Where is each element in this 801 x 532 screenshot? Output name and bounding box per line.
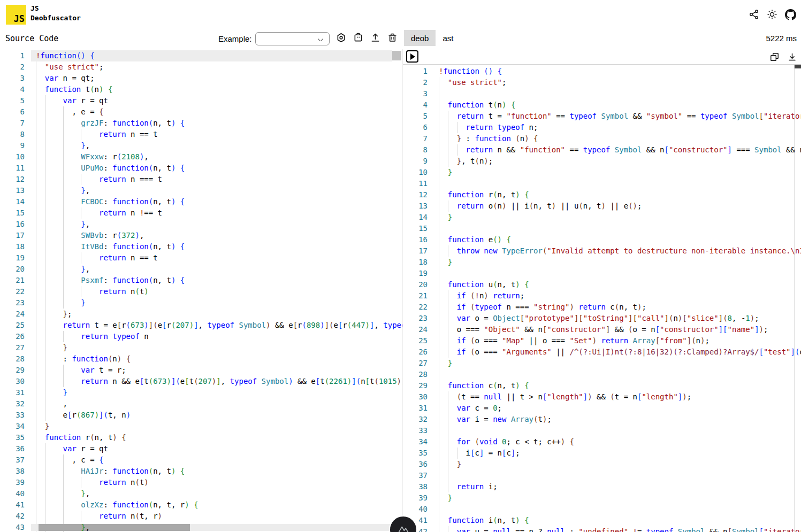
example-label: Example: xyxy=(218,34,252,43)
line-number: 10 xyxy=(0,151,25,163)
code-text: "use strict"; xyxy=(36,61,103,73)
indent-guide xyxy=(439,268,439,279)
code-line: 12 return n === t xyxy=(0,174,402,185)
tab-deob[interactable]: deob xyxy=(404,30,436,46)
line-number: 19 xyxy=(0,252,25,264)
code-text: var u = null == n ? null : "undefined" !… xyxy=(439,526,801,532)
code-line: 10 } xyxy=(403,167,801,178)
code-line: 31 var c = 0; xyxy=(403,403,801,414)
line-number: 3 xyxy=(403,88,428,99)
line-number: 32 xyxy=(403,414,428,425)
theme-sun-icon[interactable] xyxy=(766,9,778,20)
code-line: 40 }, xyxy=(0,488,402,499)
github-icon[interactable] xyxy=(784,9,796,20)
line-number: 12 xyxy=(0,174,25,185)
output-vertical-scrollbar-thumb[interactable] xyxy=(795,65,801,68)
line-number: 40 xyxy=(403,504,428,515)
run-play-icon[interactable] xyxy=(406,50,418,63)
code-line: 20 function u(n, t) { xyxy=(403,279,801,290)
code-line: 17 throw new TypeError("Invalid attempt … xyxy=(403,245,801,257)
code-text: if (o === "Map" || o === "Set") return A… xyxy=(439,335,710,346)
code-line: 30 (t == null || t > n["length"]) && (t … xyxy=(403,391,801,403)
code-line: 14 } xyxy=(403,212,801,223)
line-number: 16 xyxy=(403,234,428,245)
upload-icon[interactable] xyxy=(369,32,381,43)
line-number: 9 xyxy=(403,156,428,167)
code-line: 41 olzXz: function(n, t, r) { xyxy=(0,499,402,511)
settings-gear-icon[interactable] xyxy=(335,32,347,43)
line-number: 30 xyxy=(0,376,25,387)
code-text: } : function (n) { xyxy=(439,133,538,144)
line-number: 23 xyxy=(403,313,428,324)
line-number: 11 xyxy=(0,163,25,174)
line-number: 25 xyxy=(0,320,25,331)
code-text: if (o === "Arguments" || /^(?:Ui|I)nt(?:… xyxy=(439,346,801,358)
code-text: o === "Object" && n["constructor"] && (o… xyxy=(439,324,768,335)
line-number: 43 xyxy=(0,522,25,532)
code-text: }, xyxy=(36,488,90,499)
line-number: 24 xyxy=(0,309,25,320)
code-text: grzJF: function(n, t) { xyxy=(36,118,185,129)
code-line: 34 } xyxy=(0,421,402,432)
indent-guide xyxy=(439,178,439,189)
code-text: SWBvb: r(372), xyxy=(36,230,144,241)
code-text: } xyxy=(36,421,49,432)
line-number: 9 xyxy=(0,140,25,151)
indent-guide xyxy=(439,223,439,234)
line-number: 25 xyxy=(403,335,428,346)
code-text: function r(n, t) { xyxy=(36,432,126,443)
line-number: 33 xyxy=(403,425,428,436)
code-text: }, xyxy=(36,140,90,151)
code-text: }, xyxy=(36,264,90,275)
code-text: var i = new Array(t); xyxy=(439,414,552,425)
paste-clipboard-icon[interactable] xyxy=(352,32,364,43)
code-line: 3 xyxy=(403,88,801,99)
line-number: 21 xyxy=(0,275,25,286)
line-number: 30 xyxy=(403,391,428,403)
app-title-line1: JS xyxy=(30,4,81,13)
code-text: function t(n) { xyxy=(439,99,515,111)
code-line: 2 "use strict"; xyxy=(0,61,402,73)
line-number: 42 xyxy=(0,511,25,522)
line-number: 2 xyxy=(403,77,428,88)
line-number: 36 xyxy=(0,443,25,454)
source-vertical-scrollbar-thumb[interactable] xyxy=(392,51,401,60)
code-text: function i(n, t) { xyxy=(439,515,529,526)
code-line: 16 }, xyxy=(0,219,402,230)
line-number: 34 xyxy=(0,421,25,432)
output-code-editor[interactable]: 1!function () {2 "use strict";34 functio… xyxy=(403,64,801,532)
line-number: 21 xyxy=(403,290,428,302)
code-text: if (!n) return; xyxy=(439,290,524,302)
code-line: 20 }, xyxy=(0,264,402,275)
code-line: 37 xyxy=(403,470,801,481)
line-number: 34 xyxy=(403,436,428,448)
js-logo: JS xyxy=(6,5,26,25)
code-text: HAiJr: function(n, t) { xyxy=(36,466,185,477)
copy-icon[interactable] xyxy=(768,51,780,63)
source-code-editor[interactable]: 1!function() {2 "use strict";3 var n = q… xyxy=(0,49,402,532)
code-text: var r = qt xyxy=(36,95,108,106)
line-number: 18 xyxy=(0,241,25,252)
code-text: return typeof n; xyxy=(439,122,538,133)
code-text: return o(n) || i(n, t) || u(n, t) || e()… xyxy=(439,201,642,212)
download-icon[interactable] xyxy=(786,51,798,63)
code-text: function c(n, t) { xyxy=(439,380,529,391)
example-select[interactable] xyxy=(255,32,330,45)
code-text: FCBOC: function(n, t) { xyxy=(36,196,185,207)
code-line: 42 var u = null == n ? null : "undefined… xyxy=(403,526,801,532)
code-line: 4 function t(n) { xyxy=(403,99,801,111)
trash-icon[interactable] xyxy=(386,32,398,43)
code-text: return typeof n xyxy=(36,331,149,342)
header-icons xyxy=(748,9,796,20)
code-line: 11 UPuMo: function(n, t) { xyxy=(0,163,402,174)
line-number: 18 xyxy=(403,257,428,268)
code-text: Psxmf: function(n, t) { xyxy=(36,275,185,286)
line-number: 10 xyxy=(403,167,428,178)
tab-ast[interactable]: ast xyxy=(436,30,460,46)
share-icon[interactable] xyxy=(748,9,760,20)
indent-guide xyxy=(448,425,448,436)
line-number: 27 xyxy=(403,358,428,369)
output-vertical-scrollbar-track[interactable] xyxy=(794,65,795,532)
line-number: 7 xyxy=(0,118,25,129)
line-number: 7 xyxy=(403,133,428,144)
